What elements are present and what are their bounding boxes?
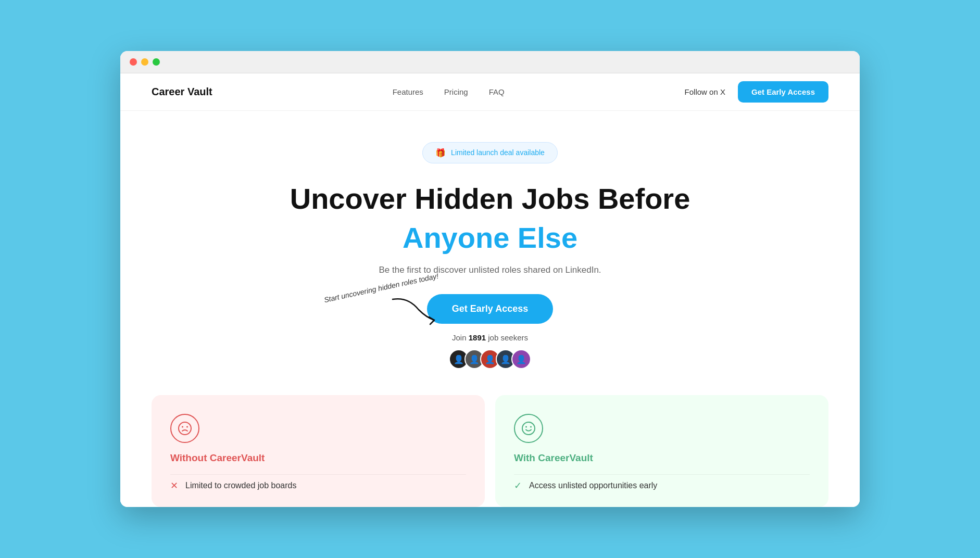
nav-link-features[interactable]: Features xyxy=(393,87,423,96)
svg-point-4 xyxy=(525,426,527,428)
card-without: Without CareerVault ✕ Limited to crowded… xyxy=(152,395,485,507)
happy-face-icon xyxy=(514,414,543,443)
check-icon: ✓ xyxy=(514,480,522,491)
x-icon: ✕ xyxy=(170,480,178,491)
browser-window: Career Vault Features Pricing FAQ Follow… xyxy=(120,51,860,507)
nav-links: Features Pricing FAQ xyxy=(393,87,505,96)
site-logo: Career Vault xyxy=(152,86,212,98)
comparison-section: Without CareerVault ✕ Limited to crowded… xyxy=(120,390,860,507)
traffic-light-yellow[interactable] xyxy=(141,58,148,66)
gift-icon: 🎁 xyxy=(435,148,446,158)
deal-badge[interactable]: 🎁 Limited launch deal available xyxy=(422,142,558,163)
join-text: Join 1891 job seekers xyxy=(141,333,839,342)
join-count: 1891 xyxy=(469,333,486,342)
navbar-cta-button[interactable]: Get Early Access xyxy=(738,81,828,103)
card-good-title: With CareerVault xyxy=(514,452,810,464)
hero-cta-container: Start uncovering hidden roles today! Get… xyxy=(427,294,553,333)
follow-on-x-link[interactable]: Follow on X xyxy=(685,87,725,96)
card-bad-item-1: ✕ Limited to crowded job boards xyxy=(170,474,466,497)
sad-face-icon xyxy=(170,414,199,443)
card-bad-title: Without CareerVault xyxy=(170,452,466,464)
avatar-5: 👤 xyxy=(511,349,531,369)
join-prefix: Join xyxy=(452,333,469,342)
svg-point-3 xyxy=(522,422,535,435)
hero-title-line2: Anyone Else xyxy=(141,221,839,255)
hero-cta-button[interactable]: Get Early Access xyxy=(427,294,553,324)
join-suffix: job seekers xyxy=(486,333,528,342)
nav-link-pricing[interactable]: Pricing xyxy=(444,87,468,96)
arrow-annotation: Start uncovering hidden roles today! xyxy=(323,284,439,325)
traffic-light-red[interactable] xyxy=(130,58,137,66)
card-with: With CareerVault ✓ Access unlisted oppor… xyxy=(495,395,828,507)
annotation-arrow xyxy=(387,294,439,325)
card-good-item-1-text: Access unlisted opportunities early xyxy=(529,481,657,490)
svg-point-2 xyxy=(186,426,188,428)
card-bad-item-1-text: Limited to crowded job boards xyxy=(185,481,296,490)
nav-right: Follow on X Get Early Access xyxy=(685,81,828,103)
navbar: Career Vault Features Pricing FAQ Follow… xyxy=(120,73,860,111)
traffic-light-green[interactable] xyxy=(153,58,160,66)
browser-content: Career Vault Features Pricing FAQ Follow… xyxy=(120,73,860,507)
nav-link-faq[interactable]: FAQ xyxy=(489,87,505,96)
svg-point-5 xyxy=(530,426,532,428)
svg-point-1 xyxy=(182,426,183,428)
avatar-group: 👤 👤 👤 👤 👤 xyxy=(141,349,839,369)
svg-point-0 xyxy=(179,422,191,435)
deal-badge-text: Limited launch deal available xyxy=(451,148,545,157)
card-good-item-1: ✓ Access unlisted opportunities early xyxy=(514,474,810,497)
hero-title-line1: Uncover Hidden Jobs Before xyxy=(141,182,839,215)
hero-subtitle: Be the first to discover unlisted roles … xyxy=(141,265,839,275)
browser-titlebar xyxy=(120,51,860,73)
hero-section: 🎁 Limited launch deal available Uncover … xyxy=(120,111,860,390)
